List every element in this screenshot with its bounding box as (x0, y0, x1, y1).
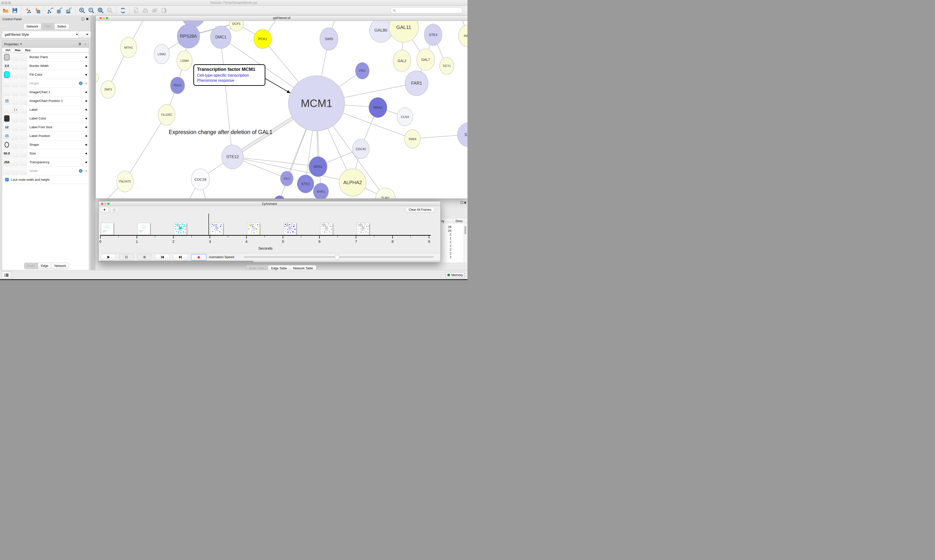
node-cdc42[interactable]: CDC42 (352, 139, 369, 159)
export-network-icon[interactable] (47, 7, 54, 14)
frame-thumbnail-0[interactable] (101, 223, 114, 235)
property-row-image-chart-position-1[interactable]: Image/Chart Position 1◀ (2, 97, 89, 105)
node-ste2[interactable]: STE2 (297, 175, 314, 193)
add-frame-button[interactable]: + (100, 207, 109, 212)
delete-frame-button[interactable] (110, 207, 118, 212)
node-alpha2[interactable]: ALPHA2 (339, 169, 366, 196)
window-minimize-icon[interactable] (5, 2, 8, 5)
find-icon[interactable] (142, 7, 149, 14)
close-window-icon[interactable] (101, 203, 103, 205)
table-cell-value[interactable]: 26 (439, 225, 451, 229)
property-row-image-chart-1[interactable]: Image/Chart 1◀ (2, 88, 89, 97)
expand-row-icon[interactable]: ◀ (85, 73, 87, 76)
zoom-window-icon[interactable] (107, 203, 110, 205)
annotation-link[interactable]: Cell-type-specific transcription (197, 73, 262, 78)
default-value-cell[interactable] (3, 132, 11, 140)
node-cln3[interactable]: CLN3 (397, 108, 413, 126)
node-mcm1[interactable]: MCM1 (288, 75, 345, 131)
property-row-label-position[interactable]: Label Position◀ (2, 132, 89, 140)
bypass-cell[interactable] (20, 106, 27, 113)
mapping-cell[interactable] (11, 150, 19, 157)
frame-thumbnail-7[interactable] (357, 223, 369, 235)
bypass-cell[interactable] (20, 132, 27, 140)
column-header-centrality[interactable]: ity (441, 219, 444, 223)
slider-thumb[interactable] (335, 255, 339, 260)
properties-header[interactable]: Properties (2, 41, 89, 48)
expand-row-icon[interactable]: ◀ (85, 108, 87, 111)
bypass-cell[interactable] (20, 168, 27, 175)
lock-checkbox[interactable]: ✓ (5, 178, 9, 182)
lock-aspect-row[interactable]: ✓ Lock node width and height (2, 175, 89, 184)
memory-button[interactable]: Memory (446, 272, 464, 278)
mapping-cell[interactable] (11, 115, 19, 122)
tab-node[interactable]: Node (24, 263, 38, 269)
window-zoom-icon[interactable] (8, 2, 11, 5)
node-ste4[interactable]: STE4 (424, 24, 442, 46)
expand-all-icon[interactable] (78, 42, 82, 46)
close-window-icon[interactable] (100, 17, 102, 19)
skip-to-start-button[interactable] (155, 254, 170, 260)
timeline-playhead[interactable] (208, 214, 209, 236)
column-header-stress[interactable]: Stres (455, 219, 463, 223)
search-input[interactable] (397, 9, 460, 12)
bypass-cell[interactable] (20, 115, 27, 122)
expand-row-icon[interactable]: ◀ (85, 152, 87, 155)
import-table-icon[interactable] (34, 7, 41, 14)
animation-speed-slider[interactable] (244, 256, 434, 258)
network-canvas[interactable]: RPS28BDCP1RPS28ADMC1PCK1MTH1LSM2LSM4SWI5… (96, 21, 468, 198)
node-lsm2[interactable]: LSM2 (154, 44, 170, 64)
default-value-cell[interactable] (3, 106, 11, 113)
default-value-cell[interactable] (3, 89, 11, 96)
bypass-cell[interactable] (20, 80, 27, 87)
bypass-cell[interactable] (20, 123, 27, 131)
bypass-cell[interactable] (20, 97, 27, 105)
property-row-label-color[interactable]: Label Color◀ (2, 114, 89, 123)
table-cell-value[interactable]: 2 (439, 240, 451, 244)
annotation-link[interactable]: Pheromone response (197, 78, 262, 83)
node-yil105c[interactable]: YIL105C (158, 104, 175, 126)
task-history-button[interactable] (2, 271, 11, 278)
minimize-window-icon[interactable] (103, 17, 105, 19)
float-panel-icon[interactable] (82, 18, 84, 20)
expand-row-icon[interactable]: ◀ (85, 91, 87, 94)
close-panel-icon[interactable] (464, 202, 466, 204)
mapping-cell[interactable] (11, 132, 19, 140)
table-cell-value[interactable]: 2 (439, 248, 451, 251)
node-gal7[interactable]: GAL7 (417, 49, 435, 71)
bypass-cell[interactable] (20, 150, 27, 157)
node-swi5[interactable]: SWI5 (320, 28, 338, 50)
discrete-mapping-icon[interactable]: ⋮› (11, 106, 19, 113)
minimize-window-icon[interactable] (104, 203, 106, 205)
zoom-out-icon[interactable] (88, 7, 95, 14)
network-window-titlebar[interactable]: galFiltered.sif (96, 15, 468, 21)
network-from-document-icon[interactable] (133, 7, 140, 14)
zoom-selected-icon[interactable] (106, 7, 113, 14)
float-panel-icon[interactable] (461, 202, 463, 204)
default-value-cell[interactable] (3, 141, 11, 148)
default-value-cell[interactable]: 2.0 (3, 62, 11, 69)
frame-thumbnail-2[interactable] (174, 223, 187, 235)
bypass-cell[interactable] (20, 141, 27, 148)
property-row-border-width[interactable]: 2.0Border Width◀ (2, 62, 89, 70)
mapping-cell[interactable] (11, 168, 19, 175)
tab-style[interactable]: Style (42, 23, 54, 30)
node-gic2[interactable]: GIC2 (280, 171, 293, 186)
bypass-cell[interactable] (20, 158, 27, 166)
pause-button[interactable] (119, 254, 134, 260)
frame-thumbnail-3[interactable] (211, 223, 223, 235)
property-row-border-paint[interactable]: Border Paint◀ (2, 53, 89, 62)
frame-thumbnail-1[interactable] (137, 223, 150, 235)
property-row-size[interactable]: 50.0Size◀ (2, 149, 89, 158)
table-cell-value[interactable]: 1 (439, 237, 451, 240)
tab-edge[interactable]: Edge (38, 263, 51, 269)
stop-button[interactable] (137, 254, 152, 260)
mapping-cell[interactable] (11, 123, 19, 131)
refresh-layout-icon[interactable] (119, 7, 127, 14)
network-caption[interactable]: Expression change after deletion of GAL1 (169, 129, 273, 135)
default-value-cell[interactable]: 12 (3, 123, 11, 131)
mapping-cell[interactable] (11, 141, 19, 148)
default-value-cell[interactable] (3, 115, 11, 122)
info-icon[interactable]: i (79, 82, 83, 85)
property-row-label[interactable]: ⋮›Label◀ (2, 105, 89, 114)
property-row-width[interactable]: Widthi◀ (2, 167, 89, 175)
